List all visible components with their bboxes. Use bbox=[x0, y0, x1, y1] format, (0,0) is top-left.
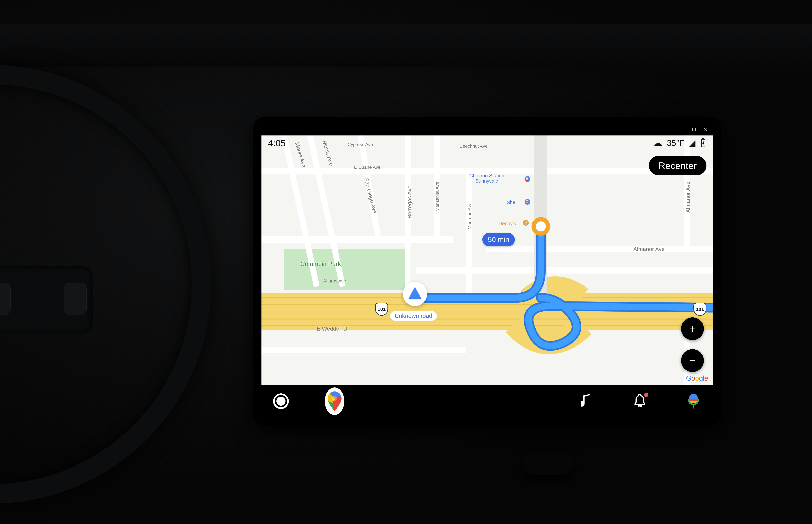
highway-shield: 101 bbox=[693, 303, 707, 316]
road-label: Madrone Ave bbox=[467, 203, 472, 230]
svg-point-5 bbox=[332, 396, 337, 401]
road-label: Beechnut Ave bbox=[460, 144, 487, 149]
road-label: Almanor Ave bbox=[685, 181, 691, 213]
music-app-button[interactable] bbox=[577, 391, 596, 411]
console-knob bbox=[521, 453, 574, 475]
system-nav-bar bbox=[262, 385, 713, 417]
head-unit-bezel: – × bbox=[253, 117, 721, 426]
recenter-button[interactable]: Recenter bbox=[649, 156, 707, 175]
road-label: Borregas Ave bbox=[406, 185, 413, 219]
google-maps-icon bbox=[325, 388, 344, 415]
dashboard-trim bbox=[0, 24, 812, 67]
close-button[interactable]: × bbox=[703, 127, 709, 133]
wheel-left-controls-pad bbox=[0, 283, 11, 315]
music-note-icon bbox=[581, 393, 592, 410]
current-location-marker[interactable] bbox=[403, 282, 427, 306]
gas-station-icon[interactable]: ⛽ bbox=[525, 199, 530, 204]
minimize-button[interactable]: – bbox=[679, 127, 685, 133]
steering-wheel-hub bbox=[0, 266, 93, 333]
road-label: Almanor Ave bbox=[633, 246, 665, 252]
poi-label-chevron[interactable]: Chevron Station Sunnyvale bbox=[469, 173, 504, 183]
highway-shield: 101 bbox=[375, 303, 388, 316]
road-label: Cypress Ave bbox=[348, 142, 373, 147]
poi-label-dennys[interactable]: Denny's bbox=[499, 221, 516, 226]
svg-point-2 bbox=[534, 219, 548, 233]
head-unit-display: – × bbox=[262, 125, 713, 417]
app-launcher-button[interactable] bbox=[271, 391, 291, 411]
wheel-right-controls-pad bbox=[64, 283, 87, 315]
traffic-eta-pill[interactable]: 50 min bbox=[482, 233, 515, 246]
poi-label-shell[interactable]: Shell bbox=[507, 200, 517, 205]
google-attribution: Google bbox=[686, 374, 708, 382]
road-label: E Weddell Dr bbox=[317, 326, 349, 332]
dashboard-scene: – × bbox=[0, 0, 812, 524]
gas-station-icon[interactable]: ⛽ bbox=[525, 176, 530, 182]
road-label: E Duane Ave bbox=[354, 165, 381, 170]
maximize-button[interactable] bbox=[692, 128, 696, 131]
zoom-out-button[interactable]: − bbox=[681, 349, 704, 372]
road-label: Manzanita Ave bbox=[435, 182, 440, 211]
app-launcher-icon bbox=[273, 393, 289, 409]
window-controls: – × bbox=[679, 127, 709, 133]
svg-rect-0 bbox=[284, 249, 411, 290]
navigation-arrow-icon bbox=[409, 287, 421, 299]
google-maps-app-button[interactable] bbox=[325, 391, 344, 411]
map-canvas[interactable]: Morse Ave Morse Ave Cypress Ave E Duane … bbox=[262, 135, 713, 385]
park-label: Columbia Park bbox=[300, 261, 341, 267]
current-road-pill: Unknown road bbox=[390, 311, 437, 321]
notifications-button[interactable] bbox=[630, 391, 650, 411]
road-label: Alturas Ave bbox=[323, 278, 346, 283]
zoom-in-button[interactable]: + bbox=[681, 317, 704, 340]
voice-assistant-button[interactable] bbox=[684, 391, 703, 411]
notification-badge bbox=[644, 393, 648, 397]
restaurant-icon[interactable]: 🍴 bbox=[523, 220, 529, 226]
google-assistant-mic-icon bbox=[689, 394, 698, 409]
